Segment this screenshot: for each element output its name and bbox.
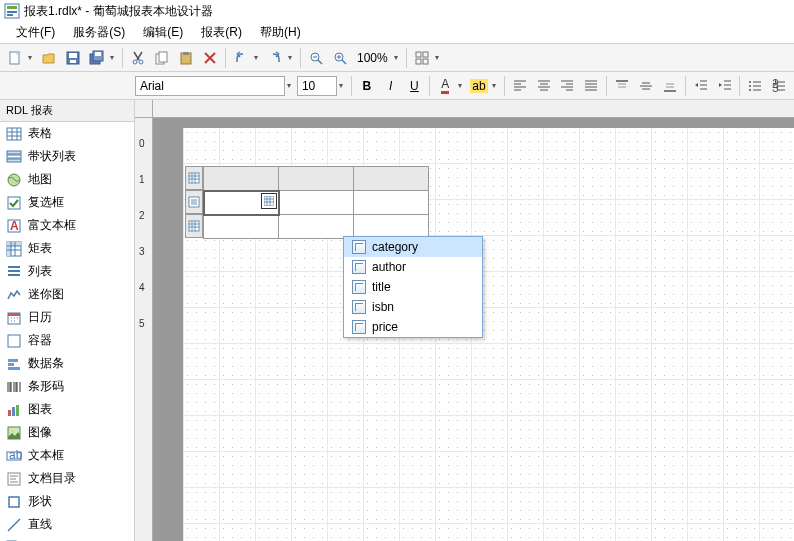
new-dropdown[interactable]: ▾ — [28, 53, 36, 62]
header-cell-2[interactable] — [279, 167, 354, 191]
tool-checkbox[interactable]: 复选框 — [0, 191, 134, 214]
footer-cell-3[interactable] — [354, 215, 429, 239]
tool-calendar[interactable]: 日历 — [0, 306, 134, 329]
align-center-button[interactable] — [533, 75, 555, 97]
bold-button[interactable]: B — [356, 75, 378, 97]
menu-edit[interactable]: 编辑(E) — [135, 22, 191, 43]
size-dropdown[interactable]: ▾ — [339, 81, 347, 90]
layout-dropdown[interactable]: ▾ — [435, 53, 443, 62]
paste-button[interactable] — [175, 47, 197, 69]
svg-point-23 — [749, 81, 751, 83]
image-icon — [6, 425, 22, 441]
valign-middle-button[interactable] — [635, 75, 657, 97]
valign-top-button[interactable] — [611, 75, 633, 97]
barcode-icon — [6, 379, 22, 395]
dropdown-item-price[interactable]: price — [344, 317, 482, 337]
report-page[interactable]: category author title isbn price — [183, 128, 794, 541]
row-handle-header[interactable] — [185, 166, 203, 190]
menu-report[interactable]: 报表(R) — [193, 22, 250, 43]
indent-increase-button[interactable] — [714, 75, 736, 97]
horizontal-ruler[interactable] — [153, 100, 794, 118]
svg-rect-3 — [7, 14, 13, 16]
redo-button[interactable] — [264, 47, 286, 69]
svg-rect-1 — [7, 6, 17, 9]
zoom-in-button[interactable] — [329, 47, 351, 69]
svg-rect-20 — [423, 52, 428, 57]
menu-file[interactable]: 文件(F) — [8, 22, 63, 43]
save-all-button[interactable] — [86, 47, 108, 69]
menu-server[interactable]: 服务器(S) — [65, 22, 133, 43]
header-cell-1[interactable] — [204, 167, 279, 191]
delete-button[interactable] — [199, 47, 221, 69]
footer-cell-1[interactable] — [204, 215, 279, 239]
tool-list[interactable]: 列表 — [0, 260, 134, 283]
checkbox-icon — [6, 195, 22, 211]
table-widget[interactable] — [203, 166, 429, 239]
tool-richtext[interactable]: A富文本框 — [0, 214, 134, 237]
italic-button[interactable]: I — [380, 75, 402, 97]
font-size-select[interactable] — [297, 76, 337, 96]
save-button[interactable] — [62, 47, 84, 69]
tool-subreport[interactable]: 子报表 — [0, 536, 134, 541]
dropdown-item-author[interactable]: author — [344, 257, 482, 277]
dropdown-item-category[interactable]: category — [344, 237, 482, 257]
copy-button[interactable] — [151, 47, 173, 69]
tool-banded-list[interactable]: 带状列表 — [0, 145, 134, 168]
detail-cell-2[interactable] — [279, 191, 354, 215]
field-icon — [352, 320, 366, 334]
footer-cell-2[interactable] — [279, 215, 354, 239]
row-handle-footer[interactable] — [185, 214, 203, 238]
tool-table[interactable]: 表格 — [0, 122, 134, 145]
undo-button[interactable] — [230, 47, 252, 69]
dropdown-item-title[interactable]: title — [344, 277, 482, 297]
tool-chart[interactable]: 图表 — [0, 398, 134, 421]
font-dropdown[interactable]: ▾ — [287, 81, 295, 90]
cut-button[interactable] — [127, 47, 149, 69]
field-picker-button[interactable] — [261, 193, 277, 209]
svg-rect-45 — [8, 367, 20, 370]
zoom-out-button[interactable] — [305, 47, 327, 69]
highlight-button[interactable]: ab — [468, 75, 490, 97]
layout-button[interactable] — [411, 47, 433, 69]
tool-barcode[interactable]: 条形码 — [0, 375, 134, 398]
redo-dropdown[interactable]: ▾ — [288, 53, 296, 62]
align-right-button[interactable] — [557, 75, 579, 97]
field-dropdown: category author title isbn price — [343, 236, 483, 338]
tool-sparkline[interactable]: 迷你图 — [0, 283, 134, 306]
align-justify-button[interactable] — [580, 75, 602, 97]
number-list-button[interactable]: 123 — [768, 75, 790, 97]
tool-map[interactable]: 地图 — [0, 168, 134, 191]
tool-toc[interactable]: 文档目录 — [0, 467, 134, 490]
tool-textbox[interactable]: ab文本框 — [0, 444, 134, 467]
header-cell-3[interactable] — [354, 167, 429, 191]
zoom-dropdown[interactable]: ▾ — [394, 53, 402, 62]
open-button[interactable] — [38, 47, 60, 69]
tool-matrix[interactable]: 矩表 — [0, 237, 134, 260]
menu-help[interactable]: 帮助(H) — [252, 22, 309, 43]
font-color-button[interactable]: A — [434, 75, 456, 97]
font-select[interactable] — [135, 76, 285, 96]
row-handle-detail[interactable] — [185, 190, 203, 214]
dropdown-item-isbn[interactable]: isbn — [344, 297, 482, 317]
vertical-ruler[interactable]: 0 1 2 3 4 5 — [135, 118, 153, 541]
zoom-level[interactable]: 100% — [353, 51, 392, 65]
align-left-button[interactable] — [509, 75, 531, 97]
design-surface[interactable]: category author title isbn price — [153, 118, 794, 541]
matrix-icon — [6, 241, 22, 257]
tool-line[interactable]: 直线 — [0, 513, 134, 536]
undo-dropdown[interactable]: ▾ — [254, 53, 262, 62]
valign-bottom-button[interactable] — [659, 75, 681, 97]
svg-point-12 — [139, 60, 143, 64]
bullet-list-button[interactable] — [744, 75, 766, 97]
font-color-dropdown[interactable]: ▾ — [458, 81, 466, 90]
tool-image[interactable]: 图像 — [0, 421, 134, 444]
detail-cell-3[interactable] — [354, 191, 429, 215]
tool-databar[interactable]: 数据条 — [0, 352, 134, 375]
save-dropdown[interactable]: ▾ — [110, 53, 118, 62]
indent-decrease-button[interactable] — [690, 75, 712, 97]
new-button[interactable] — [4, 47, 26, 69]
tool-container[interactable]: 容器 — [0, 329, 134, 352]
tool-shape[interactable]: 形状 — [0, 490, 134, 513]
highlight-dropdown[interactable]: ▾ — [492, 81, 500, 90]
underline-button[interactable]: U — [403, 75, 425, 97]
